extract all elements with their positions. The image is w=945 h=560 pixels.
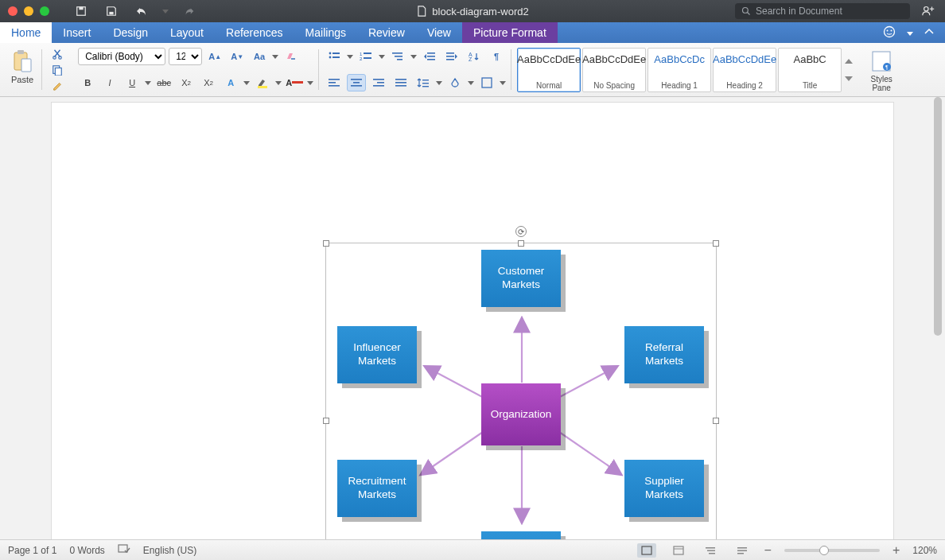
italic-button[interactable]: I [100, 74, 119, 91]
document-area[interactable]: ⟳ [0, 97, 945, 539]
tab-design[interactable]: Design [102, 22, 159, 43]
collapse-ribbon-icon[interactable] [924, 26, 934, 39]
share-button[interactable] [921, 4, 935, 19]
style-card-title[interactable]: AaBbCTitle [778, 48, 842, 92]
clipboard-group: Paste [5, 46, 40, 93]
autosave-icon[interactable] [72, 2, 91, 20]
format-painter-icon[interactable] [48, 79, 67, 91]
grow-font-icon[interactable]: A▲ [205, 48, 224, 65]
shading-icon[interactable] [445, 74, 465, 91]
paste-button[interactable]: Paste [8, 48, 37, 86]
web-layout-view-icon[interactable] [669, 543, 688, 558]
undo-icon[interactable] [132, 2, 151, 20]
feedback-dropdown[interactable] [907, 26, 913, 39]
font-color-dropdown[interactable] [307, 74, 313, 91]
font-color-icon[interactable]: A [285, 74, 304, 91]
zoom-slider[interactable] [784, 549, 880, 552]
zoom-in-button[interactable]: + [892, 543, 900, 558]
draft-view-icon[interactable] [733, 543, 752, 558]
underline-button[interactable]: U [122, 74, 142, 91]
highlight-icon[interactable] [253, 74, 272, 91]
close-window-button[interactable] [8, 6, 18, 16]
change-case-icon[interactable]: Aa [250, 48, 269, 65]
feedback-icon[interactable] [883, 25, 896, 41]
line-spacing-dropdown[interactable] [436, 74, 442, 91]
clear-formatting-icon[interactable] [282, 48, 301, 65]
zoom-slider-knob[interactable] [819, 546, 829, 555]
print-layout-view-icon[interactable] [637, 543, 656, 558]
show-marks-icon[interactable]: ¶ [487, 48, 506, 65]
text-effects-icon[interactable]: A [221, 74, 240, 91]
text-effects-dropdown[interactable] [243, 74, 250, 91]
svg-rect-44 [373, 79, 384, 80]
multilevel-dropdown[interactable] [410, 48, 417, 65]
style-card-normal[interactable]: AaBbCcDdEeNormal [517, 48, 581, 92]
cut-icon[interactable] [48, 48, 67, 60]
zoom-window-button[interactable] [40, 6, 49, 16]
highlight-dropdown[interactable] [275, 74, 282, 91]
style-card-heading-2[interactable]: AaBbCcDdEeHeading 2 [713, 48, 776, 92]
styles-prev-icon[interactable] [845, 57, 853, 67]
shrink-font-icon[interactable]: A▼ [228, 48, 247, 65]
zoom-level[interactable]: 120% [912, 545, 937, 556]
page-count[interactable]: Page 1 of 1 [8, 545, 56, 556]
bullets-icon[interactable] [325, 48, 344, 65]
font-name-select[interactable]: Calibri (Body) [78, 48, 165, 65]
redo-icon[interactable] [180, 2, 199, 20]
spellcheck-icon[interactable] [118, 543, 130, 557]
outline-view-icon[interactable] [701, 543, 720, 558]
node-influencer-l2: Markets [358, 355, 396, 368]
style-card-no-spacing[interactable]: AaBbCcDdEeNo Spacing [582, 48, 646, 92]
shading-dropdown[interactable] [468, 74, 474, 91]
vertical-scrollbar[interactable] [932, 97, 943, 539]
tab-mailings[interactable]: Mailings [294, 22, 357, 43]
underline-dropdown[interactable] [145, 74, 151, 91]
multilevel-list-icon[interactable] [388, 48, 407, 65]
align-right-icon[interactable] [369, 74, 388, 91]
font-size-select[interactable]: 12 [169, 48, 202, 65]
change-case-dropdown[interactable] [272, 48, 278, 65]
styles-pane-button[interactable]: ¶ Styles Pane [867, 48, 896, 94]
bullets-dropdown[interactable] [347, 48, 353, 65]
search-input[interactable]: Search in Document [735, 3, 910, 19]
page[interactable]: ⟳ [51, 102, 894, 539]
svg-point-21 [329, 56, 332, 59]
strikethrough-button[interactable]: abc [154, 74, 173, 91]
tab-picture-format[interactable]: Picture Format [462, 22, 558, 43]
align-left-icon[interactable] [325, 74, 344, 91]
line-spacing-icon[interactable] [414, 74, 433, 91]
borders-icon[interactable] [477, 74, 496, 91]
subscript-button[interactable]: X2 [177, 74, 196, 91]
bold-button[interactable]: B [78, 74, 97, 91]
decrease-indent-icon[interactable] [420, 48, 439, 65]
picture-selection[interactable]: ⟳ [325, 243, 717, 539]
tab-layout[interactable]: Layout [159, 22, 215, 43]
tab-references[interactable]: References [215, 22, 294, 43]
borders-dropdown[interactable] [500, 74, 506, 91]
align-center-icon[interactable] [347, 74, 366, 91]
sort-icon[interactable]: AZ [465, 48, 484, 65]
styles-next-icon[interactable] [845, 73, 853, 83]
tab-view[interactable]: View [416, 22, 462, 43]
save-icon[interactable] [102, 2, 121, 20]
language[interactable]: English (US) [143, 545, 196, 556]
undo-dropdown[interactable] [162, 2, 169, 20]
zoom-out-button[interactable]: − [764, 543, 772, 558]
style-card-heading-1[interactable]: AaBbCcDcHeading 1 [648, 48, 711, 92]
increase-indent-icon[interactable] [442, 48, 461, 65]
superscript-button[interactable]: X2 [199, 74, 218, 91]
svg-rect-26 [364, 57, 371, 59]
word-count[interactable]: 0 Words [69, 545, 104, 556]
copy-icon[interactable] [48, 64, 67, 76]
rotate-handle[interactable]: ⟳ [515, 226, 527, 237]
scrollbar-thumb[interactable] [934, 97, 942, 336]
tab-insert[interactable]: Insert [52, 22, 102, 43]
minimize-window-button[interactable] [24, 6, 33, 16]
numbering-dropdown[interactable] [379, 48, 385, 65]
tab-review[interactable]: Review [357, 22, 416, 43]
svg-rect-45 [377, 82, 384, 84]
numbering-icon[interactable]: 12 [356, 48, 375, 65]
svg-rect-53 [482, 78, 492, 88]
justify-icon[interactable] [391, 74, 410, 91]
tab-home[interactable]: Home [0, 22, 52, 43]
